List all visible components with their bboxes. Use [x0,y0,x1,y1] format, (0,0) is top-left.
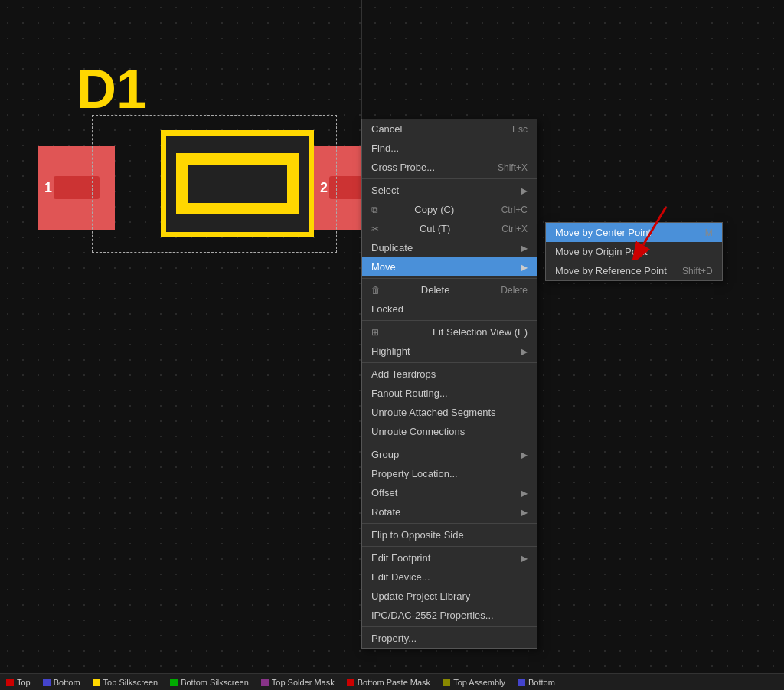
menu-item-add-teardrops[interactable]: Add Teardrops [362,365,537,384]
menu-item-offset-label: Offset [371,487,397,499]
menu-item-move-center-shortcut: M [705,227,713,238]
menu-item-update-project-library-label: Update Project Library [371,590,470,602]
component-label: D1 [77,61,147,116]
layer-bottom-paste-mask-label: Bottom Paste Mask [358,678,430,687]
menu-item-edit-footprint-label: Edit Footprint [371,552,430,564]
menu-item-copy-shortcut: Ctrl+C [501,204,528,215]
menu-item-duplicate[interactable]: Duplicate ▶ [362,238,537,257]
separator-5 [362,443,537,443]
red-arrow [628,199,674,260]
menu-item-cancel-label: Cancel [371,123,402,135]
menu-item-select-arrow: ▶ [521,185,528,196]
layer-top-solder-mask-label: Top Solder Mask [272,678,335,687]
menu-item-delete[interactable]: 🗑 Delete Delete [362,280,537,299]
menu-item-flip[interactable]: Flip to Opposite Side [362,525,537,544]
menu-item-property-label: Property... [371,633,416,644]
menu-item-copy-label: Copy (C) [414,204,454,215]
layer-top-assembly[interactable]: Top Assembly [436,674,511,690]
layer-top-assembly-label: Top Assembly [453,678,505,687]
menu-item-move-reference-shortcut: Shift+D [682,266,713,276]
separator-2 [362,278,537,279]
menu-item-edit-footprint[interactable]: Edit Footprint ▶ [362,548,537,567]
layer-top-dot [6,679,14,686]
menu-item-move-reference-label: Move by Reference Point [555,265,667,276]
layer-top-label: Top [17,678,31,687]
menu-item-group[interactable]: Group ▶ [362,445,537,464]
layer-bottom-label: Bottom [54,678,80,687]
layer-bottom-silkscreen-dot [170,679,178,686]
copy-icon: ⧉ [371,204,378,215]
menu-item-ipc-dac-label: IPC/DAC-2552 Properties... [371,610,494,621]
menu-item-property[interactable]: Property... [362,629,537,648]
layer-top[interactable]: Top [0,674,37,690]
menu-item-find[interactable]: Find... [362,139,537,158]
menu-item-cross-probe-label: Cross Probe... [371,162,435,173]
selection-box [92,115,337,253]
menu-item-cancel-shortcut: Esc [512,124,528,135]
menu-item-duplicate-arrow: ▶ [521,243,528,253]
menu-item-find-label: Find... [371,142,399,154]
layer-bottom-dot [43,679,51,686]
menu-item-offset-arrow: ▶ [521,488,528,499]
menu-item-group-arrow: ▶ [521,450,528,460]
menu-item-fanout-routing-label: Fanout Routing... [371,388,448,399]
separator-1 [362,178,537,179]
menu-item-cross-probe-shortcut: Shift+X [498,162,528,173]
menu-item-copy[interactable]: ⧉ Copy (C) Ctrl+C [362,200,537,219]
menu-item-add-teardrops-label: Add Teardrops [371,368,436,380]
menu-item-cut-shortcut: Ctrl+X [501,224,528,234]
layer-bottom[interactable]: Bottom [37,674,87,690]
menu-item-edit-footprint-arrow: ▶ [521,553,528,564]
svg-line-1 [643,207,666,245]
pad-left-number: 1 [44,180,52,196]
separator-3 [362,320,537,321]
layer-bottom-silkscreen[interactable]: Bottom Silkscreen [164,674,255,690]
status-bar: Top Bottom Top Silkscreen Bottom Silkscr… [0,673,784,690]
menu-item-cross-probe[interactable]: Cross Probe... Shift+X [362,158,537,177]
layer-bottom-right[interactable]: Bottom [511,674,561,690]
menu-item-group-label: Group [371,449,399,460]
menu-item-move-label: Move [371,261,396,273]
menu-item-duplicate-label: Duplicate [371,242,413,253]
layer-top-assembly-dot [443,679,450,686]
menu-item-property-location[interactable]: Property Location... [362,464,537,483]
menu-item-locked[interactable]: Locked [362,299,537,319]
menu-item-cut[interactable]: ✂ Cut (T) Ctrl+X [362,219,537,238]
layer-bottom-paste-mask[interactable]: Bottom Paste Mask [341,674,436,690]
context-menu: Cancel Esc Find... Cross Probe... Shift+… [361,119,537,649]
menu-item-select[interactable]: Select ▶ [362,181,537,200]
menu-item-highlight-arrow: ▶ [521,346,528,357]
menu-item-edit-device[interactable]: Edit Device... [362,567,537,587]
menu-item-cut-label: Cut (T) [420,223,450,234]
menu-item-rotate-label: Rotate [371,506,400,518]
menu-item-property-location-label: Property Location... [371,468,458,479]
menu-item-rotate[interactable]: Rotate ▶ [362,502,537,522]
menu-item-rotate-arrow: ▶ [521,507,528,518]
separator-6 [362,523,537,524]
menu-item-fit-selection[interactable]: ⊞ Fit Selection View (E) [362,322,537,342]
menu-item-move-reference[interactable]: Move by Reference Point Shift+D [546,261,722,280]
separator-4 [362,362,537,363]
menu-item-unroute-attached[interactable]: Unroute Attached Segments [362,403,537,422]
menu-item-move-arrow: ▶ [521,262,528,273]
menu-item-move[interactable]: Move ▶ [362,257,537,276]
separator-7 [362,546,537,547]
menu-item-highlight[interactable]: Highlight ▶ [362,342,537,361]
cut-icon: ✂ [371,224,379,234]
menu-item-fanout-routing[interactable]: Fanout Routing... [362,384,537,403]
layer-top-solder-mask[interactable]: Top Solder Mask [255,674,341,690]
menu-item-delete-shortcut: Delete [501,285,528,296]
menu-item-update-project-library[interactable]: Update Project Library [362,587,537,606]
menu-item-offset[interactable]: Offset ▶ [362,483,537,502]
menu-item-unroute-connections[interactable]: Unroute Connections [362,422,537,441]
menu-item-ipc-dac[interactable]: IPC/DAC-2552 Properties... [362,606,537,625]
layer-bottom-paste-mask-dot [347,679,354,686]
menu-item-unroute-connections-label: Unroute Connections [371,426,465,437]
layer-top-silkscreen[interactable]: Top Silkscreen [87,674,165,690]
layer-top-silkscreen-dot [93,679,100,686]
menu-item-highlight-label: Highlight [371,345,410,357]
menu-item-edit-device-label: Edit Device... [371,571,430,583]
delete-icon: 🗑 [371,285,381,296]
menu-item-delete-label: Delete [421,284,450,296]
menu-item-cancel[interactable]: Cancel Esc [362,119,537,139]
